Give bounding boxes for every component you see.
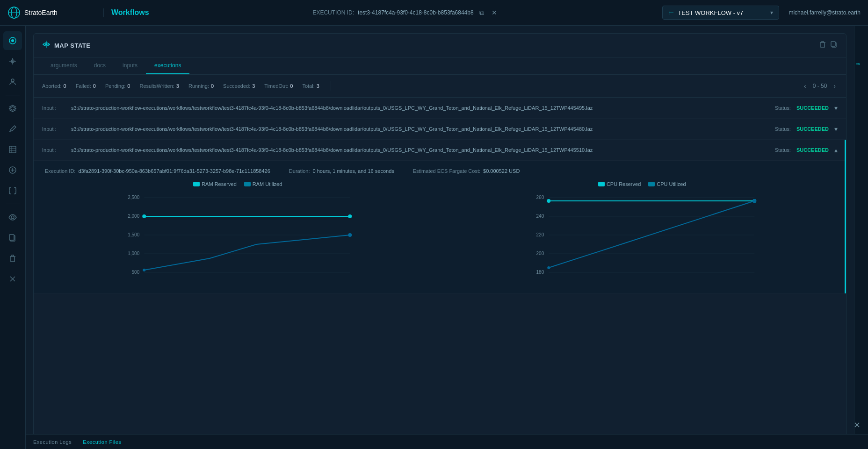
sidebar-icon-copy[interactable] [3, 228, 22, 247]
sidebar-icon-braces[interactable] [3, 181, 22, 200]
cpu-reserved-legend: CPU Reserved [598, 181, 641, 187]
ram-reserved-legend: RAM Reserved [193, 181, 237, 187]
expand-exec-3-button[interactable]: ▴ [834, 146, 838, 154]
stat-pending-value: 0 [127, 83, 130, 89]
tab-arguments[interactable]: arguments [42, 57, 86, 74]
close-execution-tab-button[interactable]: ✕ [490, 8, 499, 17]
tabs-row: arguments docs inputs executions [34, 57, 846, 75]
ram-reserved-color [193, 182, 200, 186]
execution-row-2: Input : s3://strato-production-workflow-… [34, 119, 846, 140]
stat-total-label: Total: [302, 83, 314, 89]
stat-timedout: TimedOut: 0 [264, 83, 293, 89]
prev-page-button[interactable]: ‹ [802, 80, 808, 92]
charts-area: RAM Reserved RAM Utilized [45, 181, 835, 285]
stat-failed-label: Failed: [76, 83, 91, 89]
sidebar-icon-eye[interactable] [3, 208, 22, 227]
stat-aborted: Aborted: 0 [42, 83, 66, 89]
stat-rw-label: ResultsWritten: [139, 83, 174, 89]
detail-cost-value: $0.000522 USD [483, 168, 520, 174]
next-page-button[interactable]: › [832, 80, 838, 92]
detail-exec-id: Execution ID: d3fa2891-390f-30bc-950a-86… [45, 168, 270, 174]
stats-row: Aborted: 0 Failed: 0 Pending: 0 ResultsW… [34, 75, 846, 98]
svg-text:500: 500 [132, 270, 140, 275]
map-state-card: MAP STATE arguments docs in [33, 33, 846, 442]
sidebar-icon-target[interactable] [3, 52, 22, 71]
cpu-reserved-color [598, 182, 605, 186]
close-detail-button[interactable]: ✕ [854, 420, 861, 430]
execution-id-prefix: EXECUTION ID: [312, 9, 354, 16]
expand-exec-2-button[interactable]: ▾ [834, 125, 838, 133]
exec-2-path: s3://strato-production-workflow-executio… [71, 126, 769, 132]
ram-utilized-label: RAM Utilized [253, 181, 282, 187]
sidebar-icon-person[interactable] [3, 72, 22, 91]
stats-divider [331, 81, 331, 91]
copy-map-state-button[interactable] [830, 41, 838, 50]
expand-exec-1-button[interactable]: ▾ [834, 104, 838, 112]
stat-succeeded-value: 3 [252, 83, 255, 89]
execution-row-2-inner[interactable]: Input : s3://strato-production-workflow-… [34, 119, 846, 140]
nav-workflows[interactable]: Workflows [103, 8, 149, 17]
stat-pending: Pending: 0 [105, 83, 130, 89]
sidebar-icon-add[interactable] [3, 161, 22, 179]
detail-cost: Estimated ECS Fargate Cost: $0.000522 US… [413, 168, 520, 174]
bottom-tab-logs[interactable]: Execution Logs [33, 439, 72, 445]
map-state-header: MAP STATE [34, 34, 846, 57]
stat-timedout-value: 0 [290, 83, 293, 89]
tab-docs[interactable]: docs [86, 57, 114, 74]
execution-row-3: Input : s3://strato-production-workflow-… [34, 140, 846, 293]
svg-rect-17 [831, 42, 835, 46]
bottom-tab-files[interactable]: Execution Files [83, 439, 121, 445]
stat-pending-label: Pending: [105, 83, 125, 89]
ram-chart-svg: 2,500 2,000 1,500 1,000 500 [45, 191, 431, 284]
exec-2-status-value: SUCCEEDED [796, 126, 829, 132]
execution-row-1: Input : s3://strato-production-workflow-… [34, 98, 846, 119]
detail-cost-label: Estimated ECS Fargate Cost: [413, 168, 480, 174]
copy-execution-id-button[interactable]: ⧉ [477, 8, 486, 18]
sidebar-divider-1 [6, 95, 20, 95]
tab-inputs[interactable]: inputs [114, 57, 146, 74]
sidebar-icon-trash[interactable] [3, 249, 22, 268]
svg-point-45 [752, 199, 756, 203]
detail-exec-id-value: d3fa2891-390f-30bc-950a-863b657abf01:9f7… [78, 168, 270, 174]
header: StratoEarth Workflows EXECUTION ID: test… [0, 0, 868, 26]
content-area: MAP STATE arguments docs in [26, 26, 868, 449]
logo-icon [7, 6, 21, 19]
execution-row-3-inner[interactable]: Input : s3://strato-production-workflow-… [34, 140, 846, 161]
stat-running: Running: 0 [188, 83, 214, 89]
main-panel: MAP STATE arguments docs in [26, 26, 854, 449]
cpu-chart-svg: 260 240 220 200 180 [449, 191, 835, 284]
cpu-utilized-color [648, 182, 655, 186]
delete-map-state-button[interactable] [819, 41, 826, 50]
execution-row-1-inner[interactable]: Input : s3://strato-production-workflow-… [34, 98, 846, 119]
detail-duration: Duration: 0 hours, 1 minutes, and 16 sec… [289, 168, 394, 174]
stat-total: Total: 3 [302, 83, 319, 89]
svg-rect-14 [9, 235, 14, 240]
right-panel-edge: f [854, 26, 868, 449]
svg-point-12 [11, 216, 14, 219]
tab-executions[interactable]: executions [146, 57, 189, 74]
sidebar-icon-layers[interactable] [3, 99, 22, 118]
svg-text:200: 200 [536, 251, 544, 256]
stat-aborted-value: 0 [64, 83, 66, 89]
ram-reserved-label: RAM Reserved [202, 181, 237, 187]
dropdown-icon: ▾ [770, 9, 773, 16]
svg-text:1,000: 1,000 [128, 251, 139, 256]
sidebar-icon-close[interactable] [3, 270, 22, 288]
sidebar-icon-table[interactable] [3, 140, 22, 159]
workflow-selector[interactable]: ⊢ TEST WORKFLOW - v7 ▾ [662, 6, 779, 20]
execution-id-bar: EXECUTION ID: test3-4187fc4a-93f0-4c18-8… [159, 8, 653, 18]
sidebar-icon-home[interactable] [3, 31, 22, 50]
cpu-chart: CPU Reserved CPU Utilized [449, 181, 835, 285]
exec-2-input-label: Input : [42, 126, 65, 132]
stat-succeeded: Succeeded: 3 [223, 83, 255, 89]
svg-text:220: 220 [536, 232, 544, 237]
svg-text:180: 180 [536, 270, 544, 275]
exec-2-status-label: Status: [775, 126, 791, 132]
svg-point-28 [142, 214, 146, 218]
svg-text:240: 240 [536, 214, 544, 219]
stat-failed: Failed: 0 [76, 83, 96, 89]
sidebar-icon-edit[interactable] [3, 120, 22, 138]
stat-total-value: 3 [317, 83, 319, 89]
execution-detail-3: Execution ID: d3fa2891-390f-30bc-950a-86… [34, 161, 846, 293]
ram-utilized-legend: RAM Utilized [244, 181, 282, 187]
